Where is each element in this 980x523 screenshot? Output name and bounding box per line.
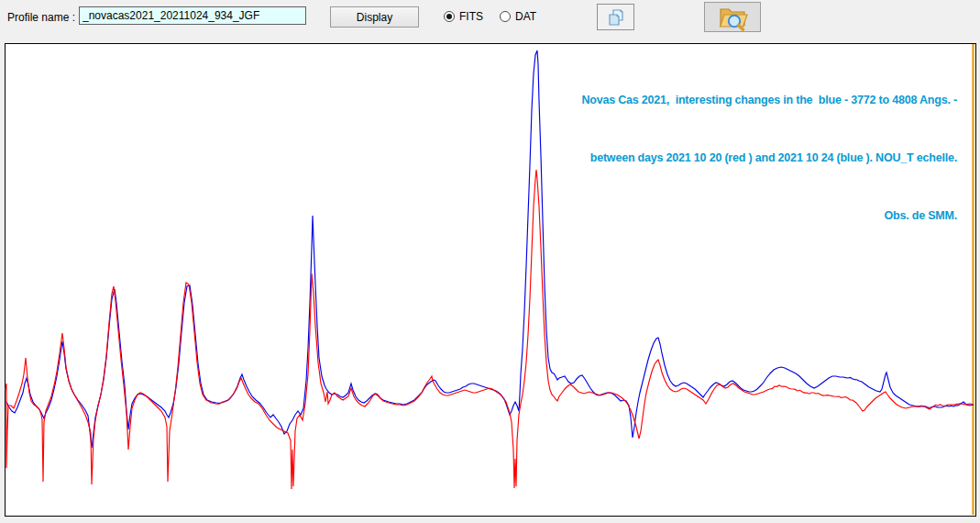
profile-name-input[interactable] <box>79 6 306 25</box>
radio-circle-icon <box>500 11 511 22</box>
profile-name-label: Profile name : <box>7 11 75 24</box>
toolbar: Profile name : Display FITS DAT <box>0 0 980 37</box>
copy-button[interactable] <box>597 4 634 30</box>
copy-icon <box>606 7 626 28</box>
dat-radio-label: DAT <box>515 10 536 23</box>
fits-radio[interactable]: FITS <box>444 10 483 23</box>
dat-radio[interactable]: DAT <box>500 10 536 23</box>
folder-search-icon <box>717 4 748 31</box>
fits-radio-label: FITS <box>459 10 483 23</box>
spectrum-plot-area <box>5 43 976 517</box>
radio-circle-icon <box>444 11 455 22</box>
display-button[interactable]: Display <box>330 6 419 28</box>
open-file-button[interactable] <box>704 2 761 32</box>
